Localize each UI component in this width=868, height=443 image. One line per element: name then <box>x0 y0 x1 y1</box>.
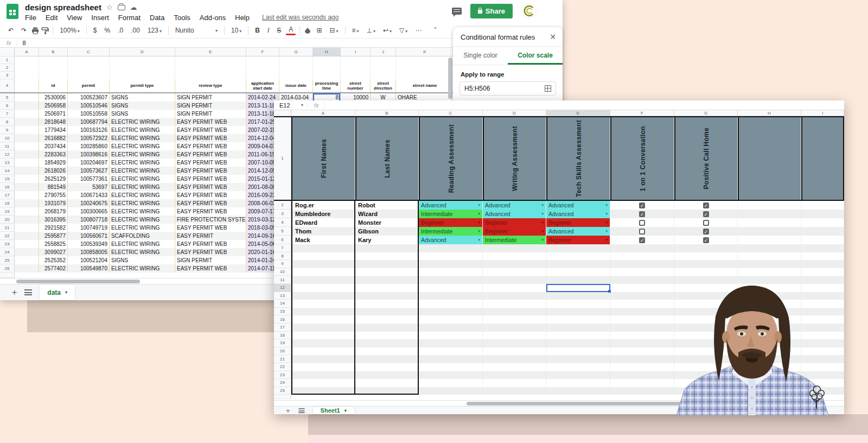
front-header-cell[interactable]: Tech Skills Assessment <box>546 117 610 200</box>
cell[interactable]: EASY PERMIT WEB <box>175 118 246 126</box>
cell[interactable]: 100204697 <box>68 159 110 167</box>
cell[interactable]: 2595877 <box>39 232 68 240</box>
cell[interactable]: ELECTRIC WIRING <box>110 183 175 191</box>
cell[interactable]: 100285860 <box>68 142 110 150</box>
cell[interactable]: EASY PERMIT WEB <box>175 264 246 273</box>
all-sheets-button[interactable] <box>24 289 32 295</box>
cell[interactable]: 2530006 <box>39 93 68 102</box>
menu-tools[interactable]: Tools <box>174 14 190 22</box>
cell[interactable]: SIGNS <box>110 256 175 264</box>
cell[interactable]: EASY PERMIT WEB <box>175 224 246 232</box>
cell[interactable]: 100560671 <box>68 232 110 240</box>
front-header-cell[interactable]: First Names <box>291 117 355 200</box>
front-row-header-22[interactable]: 22 <box>274 363 291 371</box>
account-avatar[interactable] <box>521 3 537 18</box>
checkbox-cell[interactable] <box>674 218 738 227</box>
row-header-4[interactable]: 4 <box>0 79 15 92</box>
front-header-cell[interactable]: Last Names <box>355 117 419 200</box>
cell[interactable]: 100163126 <box>68 126 110 134</box>
row-header-6[interactable]: 6 <box>0 102 15 110</box>
text-wrap-button[interactable]: ↩▾ <box>380 26 394 35</box>
cell[interactable]: 100398616 <box>68 150 110 159</box>
last-name-cell[interactable]: Wizard <box>355 210 419 218</box>
checkbox-cell[interactable]: ✓ <box>674 210 738 218</box>
format-percent-button[interactable]: % <box>102 26 113 35</box>
cell[interactable]: 100549870 <box>68 264 110 273</box>
dropdown-arrow-icon[interactable]: ▾ <box>541 229 544 233</box>
cell[interactable]: 100858005 <box>68 248 110 256</box>
cell[interactable]: ELECTRIC WIRING <box>110 264 175 273</box>
row-header-11[interactable]: 11 <box>0 142 15 150</box>
cell[interactable]: 100807718 <box>68 216 110 224</box>
column-header-B[interactable]: B <box>39 48 68 56</box>
assessment-dropdown-cell[interactable]: Intermediate▾ <box>419 227 483 236</box>
merge-cells-button[interactable]: ⊟▾ <box>327 26 341 35</box>
dropdown-arrow-icon[interactable]: ▾ <box>478 238 480 242</box>
checkbox-cell[interactable]: ✓ <box>610 210 674 218</box>
redo-icon[interactable]: ↷ <box>18 26 29 35</box>
last-name-cell[interactable]: Gibson <box>355 227 419 236</box>
selected-cell-outline[interactable] <box>546 284 610 292</box>
menu-edit[interactable]: Edit <box>46 14 58 22</box>
horizontal-align-button[interactable]: ≡▾ <box>349 26 362 35</box>
checkbox-checked[interactable]: ✓ <box>703 237 709 243</box>
last-name-cell[interactable]: Kary <box>355 236 419 244</box>
assessment-dropdown-cell[interactable]: Advanced▾ <box>546 201 610 210</box>
cell[interactable]: ELECTRIC WIRING <box>110 207 175 216</box>
front-row-header-7[interactable]: 7 <box>274 244 291 252</box>
row-header-17[interactable]: 17 <box>0 191 15 199</box>
cell[interactable]: FIRE PROTECTION SYSTEM <box>175 216 246 224</box>
cell[interactable]: ELECTRIC WIRING <box>110 216 175 224</box>
front-header-cell[interactable]: Writing Assessment <box>483 117 546 200</box>
cell[interactable]: ELECTRIC WIRING <box>110 167 175 175</box>
sheet-tab-sheet1[interactable]: Sheet1▾ <box>313 407 354 414</box>
paint-format-icon[interactable] <box>41 27 49 34</box>
checkbox-checked[interactable]: ✓ <box>639 237 645 243</box>
tab-color-scale[interactable]: Color scale <box>508 47 563 65</box>
cell[interactable]: ELECTRIC WIRING <box>110 159 175 167</box>
column-header-G[interactable]: G <box>279 48 313 56</box>
cell[interactable]: EASY PERMIT <box>175 232 246 240</box>
undo-icon[interactable]: ↶ <box>5 26 16 35</box>
checkbox-checked[interactable]: ✓ <box>703 229 709 235</box>
row-header-15[interactable]: 15 <box>0 175 15 183</box>
cell[interactable]: EASY PERMIT WEB <box>175 183 246 191</box>
checkbox-cell[interactable]: ✓ <box>674 227 738 236</box>
assessment-dropdown-cell[interactable]: Advanced▾ <box>483 201 546 210</box>
row-header-12[interactable]: 12 <box>0 150 15 159</box>
cell[interactable]: EASY PERMIT WEB <box>175 159 246 167</box>
cell[interactable]: 3099027 <box>39 248 68 256</box>
front-all-sheets-button[interactable] <box>298 408 304 413</box>
cell[interactable]: 2283363 <box>39 150 68 159</box>
checkbox-cell[interactable] <box>610 218 674 227</box>
first-name-cell[interactable]: Mack <box>291 236 355 244</box>
front-row-header-2[interactable]: 2 <box>274 201 291 210</box>
cell[interactable]: 2037434 <box>39 142 68 150</box>
front-row-header-11[interactable]: 11 <box>274 276 291 284</box>
cell[interactable]: ELECTRIC WIRING <box>110 248 175 256</box>
back-column-title[interactable]: street direction <box>371 79 396 92</box>
cell[interactable]: 100240675 <box>68 199 110 207</box>
cell[interactable]: 53697 <box>68 183 110 191</box>
checkbox-checked[interactable]: ✓ <box>639 211 645 217</box>
column-header-K[interactable]: K <box>396 48 454 56</box>
row-header-9[interactable]: 9 <box>0 126 15 134</box>
cell[interactable]: 100749719 <box>68 224 110 232</box>
column-header-A[interactable]: A <box>15 48 39 56</box>
back-column-title[interactable]: issue date <box>279 79 313 92</box>
more-toolbar-button[interactable]: ⋯ <box>412 26 424 35</box>
checkbox-unchecked[interactable] <box>703 220 709 226</box>
cell[interactable]: EASY PERMIT WEB <box>175 175 246 183</box>
cell[interactable]: 1854929 <box>39 159 68 167</box>
front-row-header-3[interactable]: 3 <box>274 210 291 218</box>
row-header-13[interactable]: 13 <box>0 159 15 167</box>
cell[interactable]: 1779434 <box>39 126 68 134</box>
row-header-5[interactable]: 5 <box>0 93 15 102</box>
checkbox-cell[interactable]: ✓ <box>610 236 674 244</box>
cell[interactable]: EASY PERMIT WEB <box>175 126 246 134</box>
checkbox-unchecked[interactable] <box>639 229 645 235</box>
collapse-toolbar-icon[interactable]: ⌃ <box>433 26 438 33</box>
menu-help[interactable]: Help <box>235 14 250 22</box>
front-row-header-21[interactable]: 21 <box>274 355 291 363</box>
front-row-header-19[interactable]: 19 <box>274 339 291 347</box>
